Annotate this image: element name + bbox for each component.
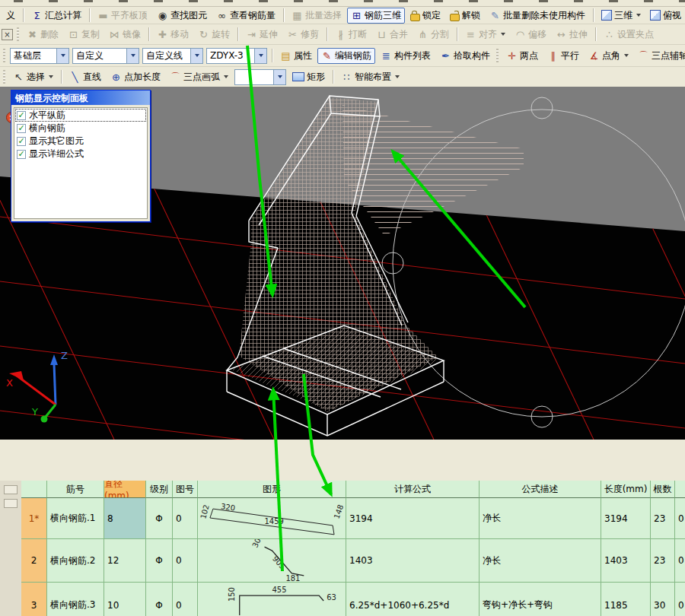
toolbar-gripper[interactable] bbox=[496, 49, 499, 62]
cell-formula-desc[interactable]: 净长 bbox=[480, 498, 601, 539]
cell-count[interactable]: 30 bbox=[651, 583, 675, 616]
header-formula-desc[interactable]: 公式描述 bbox=[480, 481, 601, 498]
checkbox-checked-icon[interactable]: ✓ bbox=[17, 124, 26, 133]
header-length[interactable]: 长度(mm) bbox=[601, 481, 651, 498]
rotate-button-label: 旋转 bbox=[212, 28, 230, 41]
cell-diameter[interactable]: 10 bbox=[104, 583, 146, 616]
batch-delete-unused-button[interactable]: ✎批量删除未使用构件 bbox=[486, 8, 589, 24]
row-header[interactable]: 3 bbox=[21, 583, 47, 616]
chevron-down-icon[interactable] bbox=[126, 49, 139, 63]
pencil-icon: ✎ bbox=[321, 50, 333, 62]
view-top-button[interactable]: 俯视 bbox=[646, 8, 685, 24]
three-point-arc-button[interactable]: ⌒三点画弧 bbox=[166, 69, 232, 85]
cell-length[interactable]: 1185 bbox=[601, 583, 651, 616]
toolbar-gripper[interactable] bbox=[17, 27, 19, 41]
display-option-2[interactable]: ✓横向钢筋 bbox=[15, 122, 146, 135]
display-option-1[interactable]: ✓水平纵筋 bbox=[15, 109, 146, 122]
cell-fig-no[interactable]: 0 bbox=[173, 583, 198, 616]
cell-fig-no[interactable]: 0 bbox=[173, 498, 198, 539]
cell-shape-diagram[interactable]: 150 455 63 bbox=[198, 583, 346, 616]
cell-shape-diagram[interactable]: 306 905 181 bbox=[198, 539, 346, 583]
cell-length[interactable]: 3194 bbox=[601, 498, 651, 539]
cell-shape-diagram[interactable]: 102 320 1459 148 bbox=[198, 498, 346, 539]
header-count[interactable]: 根数 bbox=[651, 481, 675, 498]
cell-fig-no[interactable]: 0 bbox=[173, 539, 198, 583]
unlock-button[interactable]: 解锁 bbox=[446, 8, 484, 24]
component-list-button[interactable]: ≣构件列表 bbox=[377, 48, 435, 64]
chevron-down-icon[interactable] bbox=[190, 49, 202, 63]
header-grade[interactable]: 级别 bbox=[146, 481, 173, 498]
mirror-button: ⋈镜像 bbox=[105, 27, 145, 43]
display-option-4[interactable]: ✓显示详细公式 bbox=[15, 148, 146, 160]
header-fig-no[interactable]: 图号 bbox=[173, 481, 198, 498]
cell-formula-desc[interactable]: 净长 bbox=[480, 539, 601, 583]
cell-count[interactable]: 23 bbox=[651, 539, 675, 583]
two-point-axis-button[interactable]: ✛两点 bbox=[502, 48, 542, 64]
three-point-aux-axis-button[interactable]: ⌒三点辅轴 bbox=[634, 48, 685, 64]
cell-formula[interactable]: 3194 bbox=[346, 498, 480, 539]
display-option-3[interactable]: ✓显示其它图元 bbox=[15, 135, 146, 148]
define-button[interactable]: 义 bbox=[2, 8, 19, 24]
view-3d-button[interactable]: 三维 bbox=[597, 8, 645, 24]
toolbar-separator bbox=[593, 8, 594, 22]
cell-lap[interactable]: 0 bbox=[675, 583, 685, 616]
find-element-button[interactable]: ◉查找图元 bbox=[153, 8, 211, 24]
element-type-combo[interactable]: 自定义线 bbox=[142, 48, 203, 64]
cell-diameter[interactable]: 12 bbox=[104, 539, 146, 583]
header-diameter[interactable]: 直径(mm) bbox=[104, 481, 146, 498]
three-point-aux-axis-button-label: 三点辅轴 bbox=[652, 49, 685, 62]
edit-rebar-button[interactable]: ✎编辑钢筋 bbox=[317, 48, 375, 64]
pick-component-button[interactable]: ✒拾取构件 bbox=[436, 48, 494, 64]
arc-mode-combo[interactable] bbox=[234, 69, 286, 85]
chevron-down-icon[interactable] bbox=[254, 49, 266, 63]
row-header[interactable]: 2 bbox=[21, 539, 47, 583]
panel-close-button[interactable]: × bbox=[2, 29, 13, 40]
viewport-3d[interactable]: X Y Z 钢筋显示控制面板 ✓水平纵筋✓横向钢筋✓显示其它图元✓显示详细公式 bbox=[0, 87, 685, 440]
view-rebar-qty-button[interactable]: ∞查看钢筋量 bbox=[212, 8, 279, 24]
cell-diameter-selected[interactable]: 8 bbox=[104, 498, 146, 539]
floor-combo[interactable]: 基础层 bbox=[10, 48, 69, 64]
header-bar-id[interactable]: 筋号 bbox=[47, 481, 104, 498]
lock-button[interactable]: 锁定 bbox=[406, 8, 444, 24]
header-formula[interactable]: 计算公式 bbox=[346, 481, 480, 498]
cell-grade[interactable]: Φ bbox=[146, 498, 173, 539]
header-lap[interactable]: 搭 bbox=[675, 481, 685, 498]
cell-count[interactable]: 23 bbox=[651, 498, 675, 539]
cell-bar-id[interactable]: 横向钢筋.3 bbox=[47, 583, 104, 616]
element-name-combo[interactable]: ZDYX-3 bbox=[206, 48, 267, 64]
checkbox-checked-icon[interactable]: ✓ bbox=[17, 111, 26, 120]
chevron-down-icon[interactable] bbox=[56, 49, 68, 63]
cell-bar-id[interactable]: 横向钢筋.2 bbox=[47, 539, 104, 583]
panel-titlebar[interactable]: 钢筋显示控制面板 bbox=[11, 90, 150, 105]
parallel-axis-button[interactable]: ∥平行 bbox=[543, 48, 583, 64]
merge-button: ⊔合并 bbox=[372, 27, 412, 43]
category-combo[interactable]: 自定义 bbox=[72, 48, 139, 64]
rectangle-button[interactable]: 矩形 bbox=[288, 69, 329, 85]
cell-formula-desc[interactable]: 弯钩+净长+弯钩 bbox=[480, 583, 601, 616]
checkbox-checked-icon[interactable]: ✓ bbox=[17, 150, 26, 159]
cell-lap[interactable]: 0 bbox=[675, 539, 685, 583]
row-header[interactable]: 1* bbox=[21, 498, 47, 539]
header-rownum[interactable] bbox=[21, 481, 47, 498]
point-angle-axis-button[interactable]: ∡点角 bbox=[585, 48, 632, 64]
cell-grade[interactable]: Φ bbox=[146, 539, 173, 583]
select-button[interactable]: ↖选择 bbox=[9, 69, 57, 85]
chevron-down-icon[interactable] bbox=[273, 70, 285, 84]
cell-grade[interactable]: Φ bbox=[146, 583, 173, 616]
element-toolbar: 基础层自定义自定义线ZDYX-3▤属性✎编辑钢筋≣构件列表✒拾取构件✛两点∥平行… bbox=[0, 45, 685, 67]
checkbox-checked-icon[interactable]: ✓ bbox=[17, 137, 26, 146]
cell-bar-id[interactable]: 横向钢筋.1 bbox=[47, 498, 104, 539]
toolbar-gripper[interactable] bbox=[3, 49, 5, 62]
cell-formula[interactable]: 1403 bbox=[346, 539, 480, 583]
header-shape[interactable]: 图形 bbox=[198, 481, 346, 498]
rebar-3d-button[interactable]: ⊞钢筋三维 bbox=[347, 8, 405, 24]
properties-button[interactable]: ▤属性 bbox=[276, 48, 316, 64]
cell-lap[interactable]: 0 bbox=[675, 498, 685, 539]
line-button[interactable]: ╲直线 bbox=[65, 69, 105, 85]
cell-length[interactable]: 1403 bbox=[601, 539, 651, 583]
cell-formula[interactable]: 6.25*d+1060+6.25*d bbox=[346, 583, 480, 616]
summary-calc-button[interactable]: Σ汇总计算 bbox=[27, 8, 85, 24]
point-plus-length-button[interactable]: ⊕点加长度 bbox=[107, 69, 164, 85]
toolbar-gripper[interactable] bbox=[3, 70, 5, 84]
smart-layout-button[interactable]: ∷智能布置 bbox=[337, 69, 403, 85]
